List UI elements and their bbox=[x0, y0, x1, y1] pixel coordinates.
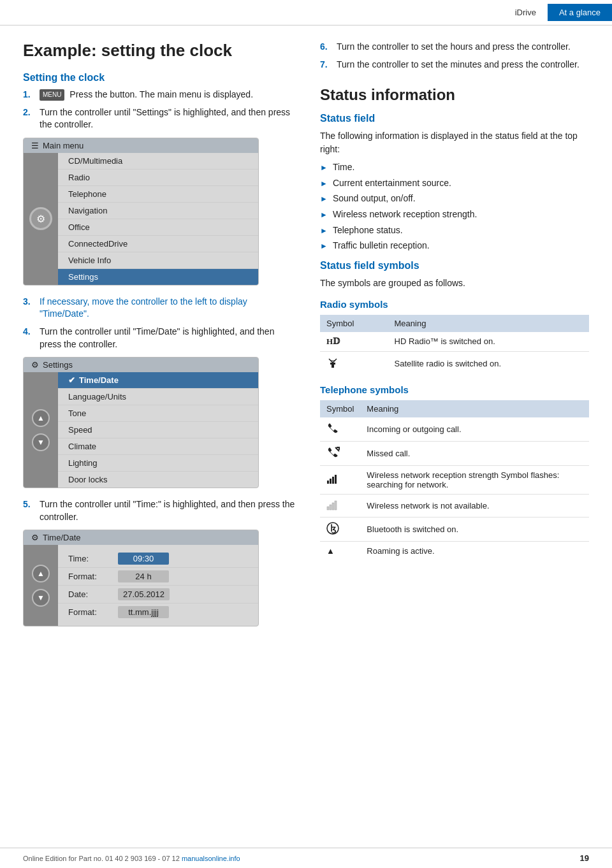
bullet-entertainment: ► Current entertainment source. bbox=[320, 177, 589, 190]
telephone-symbols-title: Telephone symbols bbox=[320, 384, 589, 395]
bullet-sound: ► Sound output, on/off. bbox=[320, 192, 589, 205]
svg-rect-7 bbox=[330, 479, 332, 484]
format1-label: Format: bbox=[68, 572, 113, 581]
table-row: Satellite radio is switched on. bbox=[320, 351, 589, 375]
svg-rect-10 bbox=[327, 507, 329, 510]
page-header: iDrive At a glance bbox=[0, 0, 612, 25]
menu-item-navigation[interactable]: Navigation bbox=[58, 203, 258, 219]
timedate-menu-title: Time/Date bbox=[43, 533, 80, 542]
right-column: 6. Turn the controller to set the hours … bbox=[320, 41, 589, 637]
step-1-num: 1. bbox=[23, 89, 37, 101]
format1-value[interactable]: 24 h bbox=[118, 570, 169, 582]
settings-item-doorlocks[interactable]: Door locks bbox=[58, 472, 258, 488]
nav-down-icon[interactable]: ▼ bbox=[32, 589, 50, 607]
bullet-arrow-icon: ► bbox=[320, 178, 328, 189]
svg-rect-13 bbox=[335, 501, 337, 510]
svg-rect-9 bbox=[335, 475, 337, 484]
menu-item-office[interactable]: Office bbox=[58, 219, 258, 236]
header-tabs: iDrive At a glance bbox=[504, 4, 612, 21]
menu-item-telephone[interactable]: Telephone bbox=[58, 186, 258, 203]
settings-item-timedate[interactable]: ✔ Time/Date bbox=[58, 372, 258, 389]
radio-symbol-table: Symbol Meaning H𝔻 HD Radio™ is switched … bbox=[320, 315, 589, 375]
table-row: Incoming or outgoing call. bbox=[320, 417, 589, 442]
settings-menu-title: Settings bbox=[43, 360, 73, 370]
tel-symbol-roaming: ▲ bbox=[320, 541, 360, 560]
tel-symbol-bluetooth: ɮ bbox=[320, 517, 360, 541]
menu-sidebar: ⚙ bbox=[24, 153, 58, 285]
bullet-wireless: ► Wireless network reception strength. bbox=[320, 208, 589, 221]
svg-rect-8 bbox=[332, 477, 334, 484]
status-field-symbols-title: Status field symbols bbox=[320, 260, 589, 271]
status-field-bullets: ► Time. ► Current entertainment source. … bbox=[320, 161, 589, 252]
menu-item-cdmultimedia[interactable]: CD/Multimedia bbox=[58, 153, 258, 170]
timedate-menu-body: ▲ ▼ Time: 09:30 Format: 24 h Date: 27.05… bbox=[24, 545, 258, 626]
menu-header-icon: ☰ bbox=[31, 141, 39, 150]
settings-menu-header: ⚙ Settings bbox=[24, 358, 258, 372]
radio-meaning-hd: HD Radio™ is switched on. bbox=[388, 332, 589, 352]
step-4: 4. Turn the controller until "Time/Date"… bbox=[23, 326, 297, 351]
bullet-sound-text: Sound output, on/off. bbox=[333, 192, 416, 205]
table-row: H𝔻 HD Radio™ is switched on. bbox=[320, 332, 589, 352]
nav-down-arrow[interactable]: ▼ bbox=[32, 433, 50, 451]
menu-item-radio[interactable]: Radio bbox=[58, 170, 258, 186]
time-value[interactable]: 09:30 bbox=[118, 553, 169, 565]
settings-menu-items: ✔ Time/Date Language/Units Tone Speed Cl… bbox=[58, 372, 258, 488]
step-1-text: MENU Press the button. The main menu is … bbox=[40, 89, 297, 101]
menu-item-settings[interactable]: Settings bbox=[58, 269, 258, 285]
tel-meaning-bluetooth: Bluetooth is switched on. bbox=[360, 517, 589, 541]
nav-up-icon[interactable]: ▲ bbox=[32, 565, 50, 582]
settings-header-icon: ⚙ bbox=[31, 360, 39, 370]
svg-rect-6 bbox=[327, 481, 329, 484]
header-idrive-label: iDrive bbox=[504, 4, 548, 21]
settings-menu-body: ▲ ▼ ✔ Time/Date Language/Units Tone Spee… bbox=[24, 372, 258, 488]
bluetooth-icon: ɮ bbox=[326, 522, 339, 535]
settings-menu-mock: ⚙ Settings ▲ ▼ ✔ Time/Date Language/Unit… bbox=[23, 357, 259, 488]
tel-meaning-missed: Missed call. bbox=[360, 441, 589, 465]
bullet-entertainment-text: Current entertainment source. bbox=[333, 177, 451, 190]
main-menu-title: Main menu bbox=[43, 141, 84, 150]
settings-item-languageunits[interactable]: Language/Units bbox=[58, 389, 258, 405]
left-column: Example: setting the clock Setting the c… bbox=[23, 41, 297, 637]
footer-text: Online Edition for Part no. 01 40 2 903 … bbox=[23, 855, 240, 862]
phone-icon bbox=[326, 422, 339, 435]
bullet-arrow-icon: ► bbox=[320, 163, 328, 173]
table-row: Missed call. bbox=[320, 441, 589, 465]
satellite-icon bbox=[326, 356, 339, 369]
menu-item-connecteddrive[interactable]: ConnectedDrive bbox=[58, 236, 258, 252]
timedate-menu-mock: ⚙ Time/Date ▲ ▼ Time: 09:30 Format: 24 h bbox=[23, 530, 259, 626]
step-4-num: 4. bbox=[23, 326, 37, 351]
menu-icon: MENU bbox=[40, 89, 64, 101]
bullet-time-text: Time. bbox=[333, 161, 354, 174]
tab-at-a-glance[interactable]: At a glance bbox=[548, 4, 612, 21]
nav-up-arrow[interactable]: ▲ bbox=[32, 409, 50, 427]
table-row: Wireless network reception strength Symb… bbox=[320, 465, 589, 494]
steps-list: 1. MENU Press the button. The main menu … bbox=[23, 89, 297, 131]
format2-label: Format: bbox=[68, 607, 113, 617]
format2-value[interactable]: tt.mm.jjjj bbox=[118, 606, 169, 618]
timedate-row-time: Time: 09:30 bbox=[58, 550, 258, 568]
settings-item-speed[interactable]: Speed bbox=[58, 422, 258, 438]
svg-rect-12 bbox=[332, 503, 334, 510]
table-row: ▲ Roaming is active. bbox=[320, 541, 589, 560]
settings-item-tone[interactable]: Tone bbox=[58, 405, 258, 422]
main-menu-items: CD/Multimedia Radio Telephone Navigation… bbox=[58, 153, 258, 285]
step-6-text: Turn the controller to set the hours and… bbox=[337, 41, 589, 54]
svg-text:ɮ: ɮ bbox=[330, 524, 336, 533]
timedate-sidebar: ▲ ▼ bbox=[24, 545, 58, 626]
bullet-traffic: ► Traffic bulletin reception. bbox=[320, 240, 589, 252]
main-menu-header: ☰ Main menu bbox=[24, 138, 258, 153]
bullet-wireless-text: Wireless network reception strength. bbox=[333, 208, 477, 221]
radio-meaning-satellite: Satellite radio is switched on. bbox=[388, 351, 589, 375]
tel-symbol-missed bbox=[320, 441, 360, 465]
settings-item-climate[interactable]: Climate bbox=[58, 438, 258, 455]
page-footer: Online Edition for Part no. 01 40 2 903 … bbox=[0, 848, 612, 868]
date-value[interactable]: 27.05.2012 bbox=[118, 588, 170, 600]
checkmark-icon: ✔ bbox=[68, 375, 75, 385]
settings-sidebar: ▲ ▼ bbox=[24, 372, 58, 488]
step-3-text: If necessary, move the controller to the… bbox=[40, 296, 297, 321]
step-6: 6. Turn the controller to set the hours … bbox=[320, 41, 589, 54]
menu-item-vehicleinfo[interactable]: Vehicle Info bbox=[58, 252, 258, 269]
step-2-text: Turn the controller until "Settings" is … bbox=[40, 106, 297, 131]
settings-item-lighting[interactable]: Lighting bbox=[58, 455, 258, 472]
status-information-title: Status information bbox=[320, 86, 589, 104]
